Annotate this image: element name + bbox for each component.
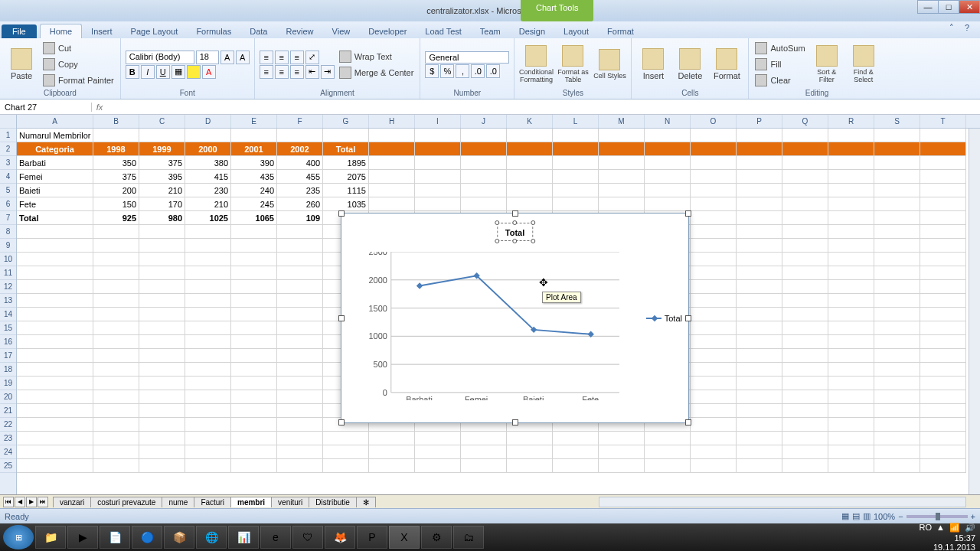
wrap-text-button[interactable]: Wrap Text bbox=[338, 49, 416, 64]
cell[interactable] bbox=[828, 418, 874, 432]
row-header[interactable]: 15 bbox=[0, 321, 16, 335]
cell[interactable] bbox=[369, 156, 415, 170]
cell[interactable] bbox=[369, 142, 415, 156]
cell[interactable] bbox=[93, 335, 139, 349]
cell[interactable] bbox=[828, 197, 874, 211]
tab-layout[interactable]: Layout bbox=[554, 24, 598, 38]
cell[interactable] bbox=[828, 445, 874, 459]
cell[interactable] bbox=[93, 253, 139, 266]
cell[interactable] bbox=[782, 184, 828, 197]
cell[interactable] bbox=[553, 129, 599, 142]
cell[interactable] bbox=[691, 184, 737, 197]
cell[interactable] bbox=[782, 197, 828, 211]
cell[interactable] bbox=[461, 432, 507, 445]
cell[interactable] bbox=[737, 253, 782, 266]
cell[interactable] bbox=[17, 239, 93, 253]
cell[interactable] bbox=[737, 404, 782, 418]
cell[interactable] bbox=[277, 335, 323, 349]
cell[interactable] bbox=[277, 418, 323, 432]
cell[interactable] bbox=[185, 253, 231, 266]
conditional-formatting-button[interactable]: Conditional Formatting bbox=[519, 41, 553, 87]
cell[interactable] bbox=[737, 335, 782, 349]
cell[interactable] bbox=[507, 184, 553, 197]
cell[interactable] bbox=[17, 363, 93, 377]
cell[interactable] bbox=[185, 321, 231, 335]
cell[interactable] bbox=[139, 349, 185, 363]
prev-sheet-button[interactable]: ◀ bbox=[15, 497, 25, 507]
cell[interactable]: Fete bbox=[17, 197, 93, 211]
cell[interactable] bbox=[461, 170, 507, 184]
tab-page-layout[interactable]: Page Layout bbox=[122, 24, 188, 38]
cell[interactable] bbox=[415, 156, 461, 170]
row-header[interactable]: 8 bbox=[0, 225, 16, 239]
cell[interactable] bbox=[553, 432, 599, 445]
cell[interactable]: 210 bbox=[185, 197, 231, 211]
cell[interactable] bbox=[874, 280, 920, 294]
new-sheet-button[interactable]: ✻ bbox=[356, 497, 376, 507]
tab-data[interactable]: Data bbox=[240, 24, 276, 38]
vertical-scrollbar[interactable] bbox=[969, 129, 980, 494]
embedded-chart[interactable]: Total 2500 2000 1500 1000 500 0 bbox=[341, 213, 689, 423]
cell[interactable] bbox=[553, 142, 599, 156]
cell[interactable] bbox=[782, 377, 828, 390]
zoom-in-button[interactable]: + bbox=[971, 512, 975, 521]
tab-developer[interactable]: Developer bbox=[359, 24, 416, 38]
cell[interactable] bbox=[231, 321, 277, 335]
cell[interactable] bbox=[415, 184, 461, 197]
cell[interactable] bbox=[828, 211, 874, 225]
cell[interactable] bbox=[185, 294, 231, 308]
cell[interactable] bbox=[553, 459, 599, 473]
cell[interactable] bbox=[737, 445, 782, 459]
cell[interactable] bbox=[828, 225, 874, 239]
cell[interactable] bbox=[93, 459, 139, 473]
first-sheet-button[interactable]: ⏮ bbox=[3, 497, 14, 507]
cell[interactable] bbox=[782, 432, 828, 445]
row-header[interactable]: 13 bbox=[0, 294, 16, 308]
app-icon-3[interactable]: ⚙ bbox=[421, 526, 452, 549]
cell[interactable] bbox=[277, 253, 323, 266]
cell[interactable]: Barbati bbox=[17, 156, 93, 170]
cell[interactable] bbox=[828, 294, 874, 308]
notepad-icon[interactable]: 📄 bbox=[100, 526, 130, 549]
cell[interactable]: 150 bbox=[93, 197, 139, 211]
zoom-slider[interactable] bbox=[906, 515, 968, 518]
cell[interactable] bbox=[507, 432, 553, 445]
cell[interactable] bbox=[874, 142, 920, 156]
cell[interactable] bbox=[185, 308, 231, 321]
cell[interactable] bbox=[691, 253, 737, 266]
row-header[interactable]: 7 bbox=[0, 211, 16, 225]
name-box[interactable]: Chart 27 bbox=[0, 103, 92, 112]
cell[interactable] bbox=[828, 129, 874, 142]
select-all-corner[interactable] bbox=[0, 115, 16, 129]
cell-styles-button[interactable]: Cell Styles bbox=[593, 41, 626, 87]
next-sheet-button[interactable]: ▶ bbox=[26, 497, 37, 507]
cell[interactable] bbox=[737, 294, 782, 308]
cell[interactable] bbox=[874, 321, 920, 335]
cell[interactable] bbox=[874, 377, 920, 390]
page-layout-view-icon[interactable]: ▤ bbox=[852, 511, 860, 521]
cell[interactable] bbox=[93, 363, 139, 377]
cell[interactable] bbox=[691, 432, 737, 445]
cell[interactable]: 230 bbox=[185, 184, 231, 197]
cell[interactable]: 925 bbox=[93, 211, 139, 225]
cell[interactable] bbox=[231, 459, 277, 473]
cell[interactable]: 235 bbox=[277, 184, 323, 197]
cell[interactable] bbox=[691, 129, 737, 142]
orientation-icon[interactable]: ⤢ bbox=[305, 51, 319, 64]
horizontal-scrollbar[interactable] bbox=[599, 497, 966, 507]
cell[interactable] bbox=[507, 170, 553, 184]
cell[interactable] bbox=[691, 445, 737, 459]
cell[interactable] bbox=[507, 459, 553, 473]
row-header[interactable]: 14 bbox=[0, 308, 16, 321]
powerpoint-icon[interactable]: P bbox=[357, 526, 387, 549]
col-header[interactable]: C bbox=[139, 115, 185, 128]
cell[interactable]: 109 bbox=[277, 211, 323, 225]
cell[interactable] bbox=[737, 129, 782, 142]
cell[interactable] bbox=[874, 335, 920, 349]
tab-insert[interactable]: Insert bbox=[82, 24, 122, 38]
cell[interactable] bbox=[737, 349, 782, 363]
tab-home[interactable]: Home bbox=[40, 24, 82, 38]
cell[interactable] bbox=[920, 418, 966, 432]
cell[interactable] bbox=[17, 459, 93, 473]
row-header[interactable]: 25 bbox=[0, 459, 16, 473]
